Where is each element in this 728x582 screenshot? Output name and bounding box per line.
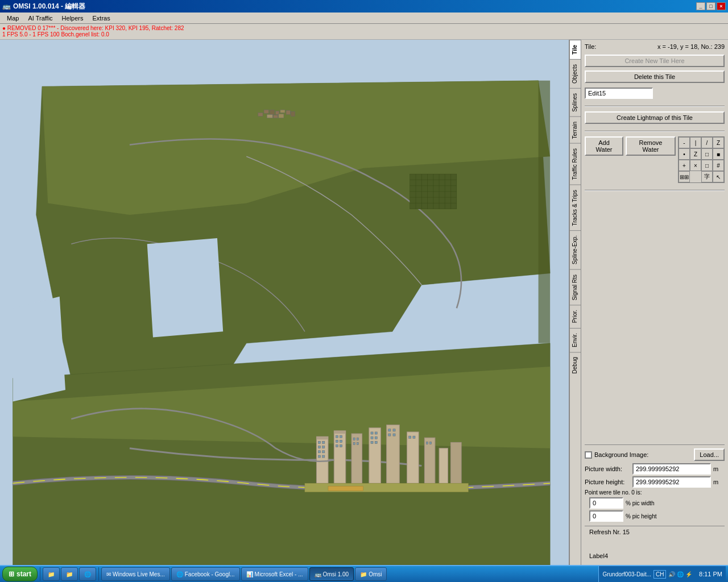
tool-grid2[interactable]: ⊞⊞	[679, 171, 690, 182]
remove-water-button[interactable]: Remove Water	[626, 136, 676, 156]
pic-width-unit: % pic width	[626, 500, 655, 506]
svg-marker-75	[539, 81, 551, 343]
tool-square[interactable]: ■	[713, 148, 724, 160]
svg-rect-51	[369, 428, 381, 484]
tab-traffic-rules[interactable]: Traffic Rules	[570, 143, 581, 185]
tool-x[interactable]: ×	[690, 160, 701, 171]
tool-z[interactable]: Z	[713, 137, 724, 148]
field-grid	[410, 174, 457, 209]
create-tile-button[interactable]: Create New Tile Here	[585, 55, 725, 67]
svg-rect-30	[318, 441, 321, 443]
taskbar-folder2[interactable]: 📁	[61, 567, 78, 581]
menu-extras[interactable]: Extras	[88, 14, 115, 23]
tab-objects[interactable]: Objects	[570, 59, 581, 88]
taskbar-omsi[interactable]: 🚌 Omsi 1.00	[309, 567, 354, 581]
tool-cursor[interactable]: ↖	[713, 171, 724, 182]
tab-tracks-trips[interactable]: Tracks & Trips	[570, 185, 581, 231]
load-button[interactable]: Load...	[694, 448, 725, 461]
minimize-button[interactable]: _	[696, 2, 705, 10]
svg-rect-46	[351, 434, 362, 483]
svg-rect-4	[270, 110, 274, 114]
svg-rect-45	[340, 445, 342, 447]
tool-z2[interactable]: Z	[690, 148, 701, 160]
tab-envir[interactable]: Envir.	[570, 328, 581, 352]
taskbar-omsi2[interactable]: 📁 Omsi	[355, 567, 387, 581]
taskbar-separator-2	[98, 567, 99, 581]
svg-rect-3	[264, 110, 268, 113]
tool-pipe[interactable]: |	[690, 137, 701, 148]
menu-helpers[interactable]: Helpers	[57, 14, 88, 23]
titlebar-title: 🚌 OMSI 1.00.014 - 編輯器	[2, 2, 85, 11]
picture-width-row: Picture width: m	[585, 463, 725, 475]
app-icon: 🚌	[2, 2, 11, 10]
svg-rect-67	[426, 442, 428, 444]
empty-space	[585, 196, 725, 438]
tool-text[interactable]: 字	[701, 171, 713, 182]
delete-tile-button[interactable]: Delete this Tile	[585, 70, 725, 83]
separator2	[585, 131, 725, 132]
edit-field[interactable]	[585, 88, 653, 99]
winlive-label: Windows Live Mes...	[113, 571, 165, 577]
svg-rect-34	[318, 451, 321, 453]
window-title: OMSI 1.00.014 - 編輯器	[13, 2, 85, 11]
bg-checkbox[interactable]	[585, 451, 592, 459]
svg-rect-53	[375, 432, 377, 434]
water-buttons: Add Water Remove Water	[585, 136, 676, 156]
titlebar-controls[interactable]: _ □ ×	[696, 2, 726, 10]
tile-info: x = -19, y = 18, No.: 239	[657, 43, 725, 50]
tab-spline-exp[interactable]: Spline-Exp.	[570, 230, 581, 269]
pic-height-input[interactable]	[589, 510, 623, 522]
grundorf-label[interactable]: Grundorf003-Dait...	[602, 571, 651, 577]
tool-rect2[interactable]: □	[701, 160, 713, 171]
tab-debug[interactable]: Debug	[570, 352, 581, 378]
tool-dot[interactable]: •	[679, 148, 690, 160]
right-panel: Tile Objects Splines Terrain Traffic Rul…	[569, 40, 728, 565]
tool-slash[interactable]: /	[701, 137, 713, 148]
tab-sidebar: Tile Objects Splines Terrain Traffic Rul…	[570, 40, 728, 565]
excel-label: Microsoft Excel - ...	[255, 571, 303, 577]
taskbar-winlive[interactable]: ✉ Windows Live Mes...	[101, 567, 170, 581]
svg-rect-36	[318, 455, 321, 458]
close-button[interactable]: ×	[717, 2, 726, 10]
main-area: Tile Objects Splines Terrain Traffic Rul…	[0, 40, 728, 565]
tool-rect[interactable]: □	[701, 148, 713, 160]
taskbar-excel[interactable]: 📊 Microsoft Excel - ...	[241, 567, 308, 581]
taskbar-facebook[interactable]: 🌐 Facebook - Googl...	[171, 567, 240, 581]
svg-rect-59	[388, 429, 391, 431]
omsi-label: Omsi 1.00	[323, 571, 349, 577]
tab-tile[interactable]: Tile	[570, 40, 581, 59]
svg-rect-61	[388, 434, 391, 436]
maximize-button[interactable]: □	[706, 2, 715, 10]
start-button[interactable]: ⊞ start	[2, 567, 38, 581]
tile-info-row: Tile: x = -19, y = 18, No.: 239	[585, 43, 725, 50]
tool-plus[interactable]: +	[679, 160, 690, 171]
picture-height-input[interactable]	[632, 476, 711, 488]
taskbar-folder1[interactable]: 📁	[43, 567, 60, 581]
tab-splines[interactable]: Splines	[570, 88, 581, 117]
lightmap-button[interactable]: Create Lightmap of this Tile	[585, 111, 725, 124]
tool-minus[interactable]: -	[679, 137, 690, 148]
pic-width-input[interactable]	[589, 497, 623, 509]
picture-width-input[interactable]	[632, 463, 711, 475]
menu-ai-traffic[interactable]: AI Traffic	[23, 14, 57, 23]
spacer	[589, 535, 720, 552]
point-were-label: Point were tile no. 0 is:	[585, 489, 642, 496]
menu-map[interactable]: Map	[2, 14, 23, 23]
viewport	[0, 40, 569, 565]
tab-prior[interactable]: Prior.	[570, 305, 581, 327]
tool-grid[interactable]: #	[713, 160, 724, 171]
svg-rect-60	[393, 429, 395, 431]
svg-marker-73	[147, 238, 223, 338]
edit-field-container	[585, 88, 725, 99]
tab-terrain[interactable]: Terrain	[570, 117, 581, 144]
tab-signal-rts[interactable]: Signal Rts	[570, 269, 581, 305]
svg-rect-68	[430, 442, 432, 444]
picture-height-label: Picture height:	[585, 479, 630, 485]
menubar: Map AI Traffic Helpers Extras	[0, 13, 728, 24]
svg-rect-55	[375, 436, 377, 439]
system-tray: Grundorf003-Dait... CH 🔊 🌐 ⚡ 8:11 PM	[598, 566, 726, 582]
taskbar-ie[interactable]: 🌐	[79, 567, 96, 581]
svg-rect-52	[371, 432, 373, 434]
add-water-button[interactable]: Add Water	[585, 136, 623, 156]
panel-content: Tile: x = -19, y = 18, No.: 239 Create N…	[581, 40, 728, 565]
